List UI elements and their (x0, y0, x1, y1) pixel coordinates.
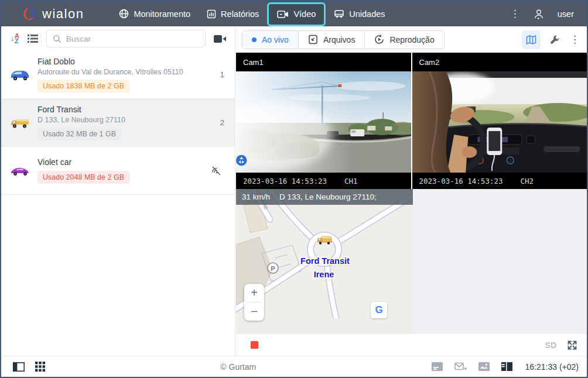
unit-address: Autoroute du Val de Durance, Vitrolles 0… (37, 68, 210, 76)
camera-timestamp: 2023-03-16 14:53:23 (243, 177, 327, 185)
playback-icon (374, 35, 384, 44)
apps-menu-icon[interactable]: ⋮ (510, 9, 520, 19)
camera-channel: CH2 (521, 177, 534, 185)
video-toolbar: Ao vivo Arquivos (236, 26, 587, 53)
nav-label: Relatórios (221, 9, 259, 19)
apps-grid-icon[interactable] (35, 362, 45, 372)
camera-filter-icon[interactable] (214, 35, 227, 43)
sort-az-icon[interactable]: A ↓ Z (11, 33, 19, 44)
settings-wrench-icon[interactable] (550, 35, 560, 45)
camera-tile-2: Cam2 (412, 53, 587, 189)
camera-grid: Cam1 (236, 53, 587, 189)
storage-usage-badge: Usado 2048 MB de 2 GB (37, 171, 129, 184)
zoom-in-button[interactable]: + (244, 284, 264, 302)
sort-letter-z: Z (15, 39, 19, 44)
map-status-bar: 31 km/h D 133, Le Neubourg 27110; (236, 189, 413, 205)
unit-name: Ford Transit (37, 105, 210, 114)
gallery-icon[interactable] (478, 362, 490, 371)
video-panel: Ao vivo Arquivos (236, 26, 587, 356)
camera-name: Cam2 (412, 53, 587, 71)
quality-selector[interactable]: SD (545, 341, 556, 350)
camera-count: 2 (210, 118, 224, 127)
toggle-map-button[interactable] (522, 30, 541, 49)
nav-item-monitoramento[interactable]: Monitoramento (111, 1, 199, 26)
list-view-icon[interactable] (28, 34, 38, 43)
fullscreen-icon[interactable] (567, 340, 577, 350)
unit-speed: 31 km/h (242, 193, 270, 201)
google-logo[interactable]: G (371, 302, 387, 318)
copyright-label: © Gurtam (45, 362, 432, 372)
unit-address: D 133, Le Neubourg 27110 (37, 116, 210, 124)
tab-arquivos[interactable]: Arquivos (299, 31, 365, 49)
report-icon (207, 9, 216, 19)
nav-label: Vídeo (293, 9, 316, 19)
tab-label: Ao vivo (262, 35, 289, 44)
camera-2-video[interactable] (412, 71, 587, 173)
nav-label: Monitoramento (134, 9, 190, 19)
unit-location: D 133, Le Neubourg 27110; (279, 193, 377, 201)
import-messages-icon[interactable] (454, 362, 467, 372)
nav-item-relatorios[interactable]: Relatórios (199, 1, 267, 26)
navbar-right: ⋮ user (510, 8, 587, 20)
tab-ao-vivo[interactable]: Ao vivo (242, 31, 299, 49)
tab-label: Arquivos (323, 35, 355, 44)
search-input[interactable] (66, 35, 199, 43)
camera-1-video[interactable] (236, 71, 411, 173)
map-zoom-control: + − (244, 284, 264, 321)
search-icon (53, 35, 61, 43)
video-lower-area: 31 km/h D 133, Le Neubourg 27110; (236, 189, 587, 356)
unit-row-violet-car[interactable]: Violet car Usado 2048 MB de 2 GB (1, 147, 235, 195)
bottom-bar: © Gurtam 16:21:33 (+02) (1, 356, 587, 377)
user-icon[interactable] (533, 8, 545, 20)
camera-tile-1: Cam1 (236, 53, 411, 189)
unit-name: Fiat Doblo (37, 57, 210, 66)
collapse-sidebar-icon[interactable] (13, 362, 25, 372)
nav-label: Unidades (349, 9, 385, 19)
storage-usage-badge: Usado 32 MB de 1 GB (37, 128, 121, 140)
yellow-truck-icon (8, 116, 32, 129)
blue-van-icon (8, 68, 32, 81)
user-name[interactable]: user (558, 9, 574, 19)
video-icon (277, 10, 289, 19)
sort-arrow-icon: ↓ (11, 36, 14, 42)
video-control-bar: SD (236, 334, 587, 356)
unit-row-fiat-doblo[interactable]: Fiat Doblo Autoroute du Val de Durance, … (1, 51, 235, 99)
video-mode-tabs: Ao vivo Arquivos (242, 30, 445, 49)
unit-row-ford-transit[interactable]: Ford Transit D 133, Le Neubourg 27110 Us… (1, 99, 235, 147)
wialon-logo[interactable]: wialon (21, 6, 84, 22)
marker-subtitle-label: Irene (314, 270, 334, 279)
live-dot-icon (252, 37, 257, 42)
zoom-out-button[interactable]: − (244, 303, 264, 321)
clock-label: 16:21:33 (+02) (525, 362, 579, 372)
sidebar-toolbar: A ↓ Z (1, 26, 235, 51)
camera-name: Cam1 (236, 53, 411, 71)
globe-icon (119, 9, 129, 19)
wialon-mark-icon (21, 6, 37, 22)
marker-title-label: Ford Transit (300, 256, 350, 266)
tab-reproducao[interactable]: Reprodução (365, 31, 443, 49)
purple-car-icon (8, 165, 32, 177)
mini-map[interactable]: 31 km/h D 133, Le Neubourg 27110; (236, 189, 413, 334)
camera-timestamp: 2023-03-16 14:53:23 (419, 177, 503, 185)
truck-icon (334, 9, 344, 19)
video-options-menu-icon[interactable]: ⋮ (570, 33, 580, 46)
app-window: wialon Monitoramento Relatórios (0, 0, 588, 378)
nav-item-video[interactable]: Vídeo (267, 2, 326, 26)
panel-layout-icon[interactable] (501, 362, 512, 371)
storage-usage-badge: Usado 1838 MB de 2 GB (37, 80, 129, 92)
brand-name: wialon (42, 6, 84, 22)
unit-name: Violet car (37, 157, 210, 167)
nav-item-unidades[interactable]: Unidades (326, 1, 393, 26)
unit-list: Fiat Doblo Autoroute du Val de Durance, … (1, 51, 235, 195)
notice-log-icon[interactable] (432, 362, 443, 371)
file-import-icon (308, 35, 318, 44)
parking-label: P (271, 265, 275, 272)
camera-count: 1 (210, 70, 224, 79)
main-nav: Monitoramento Relatórios Vídeo (111, 1, 393, 26)
no-signal-icon (210, 165, 224, 177)
camera-channel: CH1 (344, 177, 358, 185)
top-navbar: wialon Monitoramento Relatórios (1, 1, 587, 26)
search-box[interactable] (46, 30, 206, 47)
stop-button[interactable] (251, 341, 258, 349)
tab-label: Reprodução (389, 35, 434, 44)
